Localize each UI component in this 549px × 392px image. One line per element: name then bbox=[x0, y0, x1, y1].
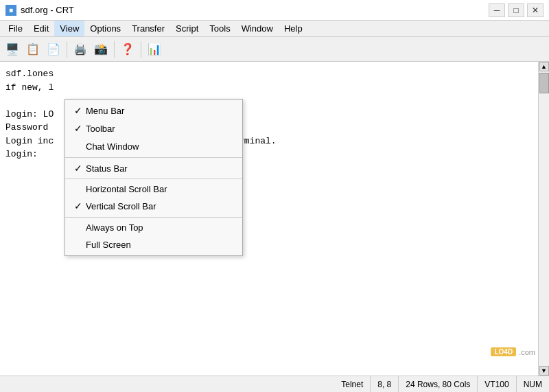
menu-edit[interactable]: Edit bbox=[28, 21, 54, 36]
menu-transfer[interactable]: Transfer bbox=[126, 21, 170, 36]
menu-tools[interactable]: Tools bbox=[204, 21, 235, 36]
main-area: sdf.lones if new, l login: LO Password L… bbox=[0, 62, 549, 376]
status-position: 8, 8 bbox=[371, 376, 399, 392]
menu-script[interactable]: Script bbox=[170, 21, 204, 36]
view-vertical-scroll-item[interactable]: ✓ Vertical Scroll Bar bbox=[65, 197, 242, 215]
vertical-scroll-check: ✓ bbox=[71, 200, 86, 211]
view-full-screen-item[interactable]: Full Screen bbox=[65, 235, 242, 253]
terminal-line-2: if new, l bbox=[5, 81, 533, 95]
menu-file[interactable]: File bbox=[3, 21, 28, 36]
toolbar-extra-btn[interactable]: 📊 bbox=[145, 40, 164, 59]
status-bar-label: Status Bar bbox=[86, 163, 234, 174]
view-status-bar-item[interactable]: ✓ Status Bar bbox=[65, 157, 242, 176]
watermark-suffix: .com bbox=[519, 348, 535, 356]
view-always-on-top-item[interactable]: Always on Top bbox=[65, 217, 242, 235]
status-numlock: NUM bbox=[517, 376, 549, 392]
menu-window[interactable]: Window bbox=[236, 21, 279, 36]
toolbar-properties-btn[interactable]: 📄 bbox=[44, 40, 63, 59]
view-horizontal-scroll-item[interactable]: Horizontal Scroll Bar bbox=[65, 178, 242, 197]
menu-bar-label: Menu Bar bbox=[86, 106, 234, 116]
watermark-badge: LO4D bbox=[491, 347, 516, 356]
maximize-button[interactable]: □ bbox=[508, 3, 524, 17]
status-protocol: Telnet bbox=[334, 376, 371, 392]
toolbar-capture-btn[interactable]: 📸 bbox=[91, 40, 110, 59]
view-menu-bar-item[interactable]: ✓ Menu Bar bbox=[65, 102, 242, 119]
horizontal-scroll-label: Horizontal Scroll Bar bbox=[86, 184, 234, 194]
toolbar-print-btn[interactable]: 🖨️ bbox=[71, 40, 90, 59]
watermark: LO4D .com bbox=[491, 347, 535, 356]
toolbar-connect-btn[interactable]: 🖥️ bbox=[3, 40, 22, 59]
always-on-top-label: Always on Top bbox=[86, 222, 234, 233]
minimize-button[interactable]: ─ bbox=[489, 3, 505, 17]
menu-help[interactable]: Help bbox=[279, 21, 308, 36]
title-bar-controls: ─ □ ✕ bbox=[489, 3, 544, 17]
toolbar-help-btn[interactable]: ❓ bbox=[118, 40, 137, 59]
toolbar-check: ✓ bbox=[71, 123, 86, 134]
vertical-scrollbar[interactable]: ▲ ▼ bbox=[538, 62, 549, 376]
view-dropdown-menu: ✓ Menu Bar ✓ Toolbar Chat Window ✓ Statu… bbox=[65, 99, 243, 256]
scrollbar-thumb[interactable] bbox=[539, 73, 549, 93]
toolbar-separator-3 bbox=[141, 41, 141, 58]
status-terminal: VT100 bbox=[478, 376, 516, 392]
status-bar-check: ✓ bbox=[71, 163, 86, 174]
app-icon: ■ bbox=[5, 5, 16, 16]
toolbar-separator-2 bbox=[114, 41, 115, 58]
toolbar-label: Toolbar bbox=[86, 124, 234, 134]
full-screen-label: Full Screen bbox=[86, 240, 234, 250]
close-button[interactable]: ✕ bbox=[527, 3, 544, 17]
title-bar-left: ■ sdf.org - CRT bbox=[5, 5, 74, 16]
menu-view[interactable]: View bbox=[54, 21, 84, 36]
toolbar-disconnect-btn[interactable]: 📋 bbox=[23, 40, 43, 59]
toolbar-separator-1 bbox=[67, 41, 67, 58]
scrollbar-up-arrow[interactable]: ▲ bbox=[539, 62, 549, 71]
status-bar: Telnet 8, 8 24 Rows, 80 Cols VT100 NUM bbox=[0, 376, 549, 392]
scrollbar-down-arrow[interactable]: ▼ bbox=[539, 366, 549, 376]
toolbar: 🖥️ 📋 📄 🖨️ 📸 ❓ 📊 bbox=[0, 37, 549, 62]
menu-bar: File Edit View Options Transfer Script T… bbox=[0, 21, 549, 37]
chat-window-label: Chat Window bbox=[86, 141, 234, 152]
view-toolbar-item[interactable]: ✓ Toolbar bbox=[65, 119, 242, 137]
vertical-scroll-label: Vertical Scroll Bar bbox=[86, 201, 234, 211]
title-bar: ■ sdf.org - CRT ─ □ ✕ bbox=[0, 0, 549, 21]
view-chat-window-item[interactable]: Chat Window bbox=[65, 137, 242, 155]
menu-bar-check: ✓ bbox=[71, 105, 86, 116]
terminal-line-1: sdf.lones bbox=[5, 67, 533, 81]
status-dimensions: 24 Rows, 80 Cols bbox=[399, 376, 478, 392]
window-title: sdf.org - CRT bbox=[21, 5, 74, 15]
menu-options[interactable]: Options bbox=[84, 21, 126, 36]
